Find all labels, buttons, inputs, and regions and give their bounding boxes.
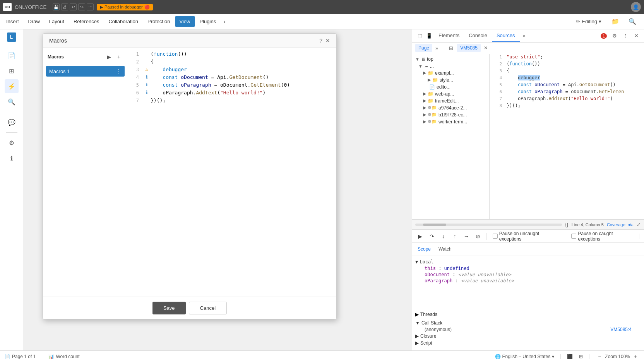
- dev-code-line-1: 1 "use strict";: [490, 54, 644, 61]
- devtools-more-icon[interactable]: ⋮: [621, 31, 630, 41]
- sidebar-settings-icon[interactable]: ⚙: [5, 136, 19, 150]
- pause-caught-checkbox[interactable]: [571, 234, 576, 239]
- zoom-in-btn[interactable]: +: [632, 353, 639, 360]
- dev-code-panel[interactable]: 1 "use strict"; 2 (function()) 3 { 4 deb…: [490, 54, 644, 219]
- macro-item-more-icon[interactable]: ⋮: [116, 68, 122, 74]
- scrollbar-thumb[interactable]: [423, 224, 446, 226]
- tab-sources[interactable]: Sources: [492, 29, 520, 42]
- sidebar-search-icon[interactable]: 🔍: [5, 95, 19, 109]
- status-layout-icon[interactable]: ⊞: [579, 354, 583, 359]
- error-badge-icon[interactable]: 1: [599, 31, 608, 41]
- deactivate-btn[interactable]: ⊘: [473, 231, 483, 241]
- subtab-split-icon[interactable]: ⊟: [446, 43, 456, 53]
- script-title[interactable]: ▶ Script: [415, 340, 641, 347]
- status-page[interactable]: 📄 Page 1 of 1: [5, 354, 36, 359]
- threads-bar[interactable]: ▶ Threads: [412, 310, 644, 319]
- horizontal-scrollbar[interactable]: [415, 224, 562, 226]
- status-track-icon[interactable]: ⬛: [567, 354, 573, 359]
- menu-item-insert[interactable]: Insert: [2, 16, 24, 27]
- tree-item-worker[interactable]: ▶ ⚙📁 worker-term...: [412, 118, 489, 125]
- closure-title[interactable]: ▶ Closure: [415, 333, 641, 340]
- sidebar-info-icon[interactable]: ℹ: [5, 151, 19, 165]
- warn-icon-3: ⚠: [145, 67, 148, 72]
- subtab-vm-close[interactable]: ✕: [482, 45, 489, 51]
- undo-icon[interactable]: ↩: [70, 3, 77, 10]
- dialog-help-btn[interactable]: ?: [319, 38, 322, 44]
- devtools-close-icon[interactable]: ✕: [632, 31, 641, 41]
- step-out-btn[interactable]: ↑: [450, 231, 460, 241]
- pause-uncaught-area[interactable]: Pause on uncaught exceptions: [493, 231, 562, 242]
- menu-item-draw[interactable]: Draw: [24, 16, 45, 27]
- zoom-out-btn[interactable]: −: [596, 353, 603, 360]
- tree-item-style[interactable]: ▶ 📁 style...: [412, 77, 489, 84]
- devtools-tab-actions: 1 ⚙ ⋮ ✕: [599, 31, 641, 41]
- tab-console[interactable]: Console: [464, 29, 492, 42]
- tab-elements[interactable]: Elements: [434, 29, 464, 42]
- status-wordcount[interactable]: 📊 Word count: [48, 354, 79, 359]
- cancel-button[interactable]: Cancel: [189, 302, 227, 314]
- menu-item-layout[interactable]: Layout: [45, 16, 69, 27]
- more-icon[interactable]: ⋯: [87, 3, 94, 10]
- step-btn[interactable]: →: [461, 231, 471, 241]
- tree-item-b1f9[interactable]: ▶ ⚙📁 b1f9f728-ec...: [412, 111, 489, 118]
- sidebar-plugin-icon[interactable]: ⚡: [5, 79, 19, 93]
- menu-item-protection[interactable]: Protection: [143, 16, 175, 27]
- menu-more-btn[interactable]: ›: [221, 16, 228, 27]
- dev-code-line-6: 6 const oParagraph = oDocument.GetElemen: [490, 89, 644, 96]
- pause-caught-area[interactable]: Pause on caught exceptions: [571, 231, 636, 242]
- menu-item-view[interactable]: View: [175, 16, 195, 27]
- scope-tab-watch[interactable]: Watch: [435, 244, 456, 254]
- sidebar-table-icon[interactable]: ⊞: [5, 64, 19, 78]
- dialog-sidebar-actions: ▶ +: [104, 53, 123, 61]
- save-button[interactable]: Save: [152, 302, 186, 314]
- devtools-tabs-more-btn[interactable]: »: [521, 31, 527, 40]
- call-stack-title[interactable]: ▼ Call Stack: [415, 319, 641, 326]
- run-macro-btn[interactable]: ▶: [104, 53, 113, 61]
- add-macro-btn[interactable]: +: [115, 53, 123, 61]
- zoom-level: Zoom 100%: [605, 354, 630, 359]
- scope-local-title[interactable]: ▼ Local: [415, 258, 641, 265]
- dialog-code-editor[interactable]: 1 (function()) 2 { 3 ⚠ deb: [128, 48, 336, 297]
- status-language[interactable]: 🌐 English – United States ▾: [495, 354, 555, 359]
- sidebar-doc-icon[interactable]: 📄: [5, 48, 19, 62]
- subtab-more-btn[interactable]: »: [434, 45, 440, 51]
- coverage-link[interactable]: Coverage: n/a: [607, 222, 634, 227]
- redo-icon[interactable]: ↪: [78, 3, 85, 10]
- tree-item-frameedit[interactable]: ▶ 📁 frameEdit...: [412, 97, 489, 104]
- pause-uncaught-checkbox[interactable]: [493, 234, 498, 239]
- subtab-vm[interactable]: VM5085: [457, 44, 481, 52]
- devtools-inspect-icon[interactable]: ⬚: [415, 31, 425, 41]
- tree-item-exampl[interactable]: ▶ 📁 exampl...: [412, 70, 489, 77]
- save-icon[interactable]: 💾: [53, 3, 60, 10]
- folder-btn[interactable]: 📁: [608, 15, 622, 29]
- resume-btn[interactable]: ▶: [415, 231, 425, 241]
- user-avatar[interactable]: 👤: [631, 2, 641, 12]
- zoom-controls: − Zoom 100% +: [596, 353, 639, 360]
- dialog-close-btn[interactable]: ✕: [325, 38, 330, 44]
- tree-item-cloud[interactable]: ▼ ☁ ...: [412, 63, 489, 70]
- status-sep-1: [42, 354, 42, 359]
- editing-button[interactable]: ✏ Editing ▾: [572, 17, 605, 26]
- menu-item-plugins[interactable]: Plugins: [195, 16, 221, 27]
- print-icon[interactable]: 🖨: [61, 3, 68, 10]
- tree-item-edito[interactable]: 📄 edito...: [412, 84, 489, 90]
- sidebar-comment-icon[interactable]: 💬: [5, 115, 19, 129]
- search-btn[interactable]: 🔍: [625, 15, 639, 29]
- code-line-6: 6 ℹ oParagraph.AddText("Hello world!"): [128, 90, 336, 97]
- subtab-page[interactable]: Page: [415, 44, 432, 52]
- tree-item-top[interactable]: ▼ 🖥 top: [412, 56, 489, 63]
- step-into-btn[interactable]: ↓: [438, 231, 449, 241]
- scope-tab-scope[interactable]: Scope: [414, 244, 435, 254]
- file-tree: ▼ 🖥 top ▼ ☁ ... ▶ 📁 exampl... ▶ 📁: [412, 54, 490, 219]
- tree-item-web-ap[interactable]: ▶ 📁 web-ap...: [412, 90, 489, 97]
- code-format-icon[interactable]: {}: [565, 222, 569, 227]
- menu-item-references[interactable]: References: [69, 16, 104, 27]
- language-chevron: ▾: [552, 354, 554, 359]
- menu-item-collaboration[interactable]: Collaboration: [104, 16, 143, 27]
- expand-icon[interactable]: ⤢: [637, 222, 641, 227]
- tree-item-a9764[interactable]: ▶ ⚙📁 a9764ace-2...: [412, 104, 489, 111]
- step-over-btn[interactable]: ↷: [427, 231, 437, 241]
- devtools-settings-icon[interactable]: ⚙: [610, 31, 619, 41]
- devtools-device-icon[interactable]: 📱: [425, 31, 434, 41]
- macro-item-1[interactable]: Macros 1 ⋮: [46, 66, 125, 77]
